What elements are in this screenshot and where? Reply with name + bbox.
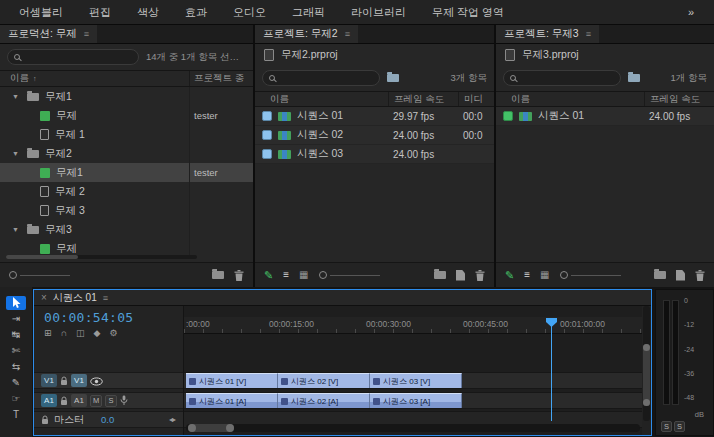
delete-icon[interactable] — [234, 270, 244, 281]
tab-project3[interactable]: 프로젝트: 무제3 ≡ — [496, 25, 599, 43]
menu-item-graphics[interactable]: 그래픽 — [279, 0, 338, 25]
zoom-slider-knob[interactable] — [9, 271, 17, 279]
video-clip[interactable]: 시퀀스 03 [V] — [370, 373, 462, 388]
new-bin-icon[interactable] — [434, 271, 446, 279]
list-item[interactable]: 시퀀스 02 24.00 fps 00:0 — [255, 126, 494, 145]
zoom-handle-left[interactable] — [188, 424, 196, 432]
tree-row[interactable]: 무제 2 — [0, 182, 253, 201]
source-patch-a1[interactable]: A1 — [41, 394, 57, 407]
tree-row[interactable]: ▼무제1 — [0, 87, 253, 106]
type-tool[interactable]: T — [6, 408, 26, 422]
lock-icon[interactable] — [60, 392, 68, 410]
label-chip[interactable] — [262, 130, 272, 140]
solo-button[interactable]: S — [105, 395, 117, 407]
lock-icon[interactable] — [60, 372, 68, 390]
source-patch-v1[interactable]: V1 — [41, 374, 57, 387]
new-bin-icon[interactable] — [212, 271, 224, 279]
timeline-vscrollbar[interactable] — [643, 306, 650, 421]
column-header-name[interactable]: 이름 — [255, 93, 388, 106]
column-header-media[interactable]: 미디 — [458, 92, 494, 106]
project3-search-box[interactable] — [503, 70, 621, 86]
icon-view-icon[interactable]: ▦ — [299, 270, 308, 280]
scrollbar-handle[interactable] — [6, 255, 78, 259]
production-search-input[interactable] — [25, 52, 132, 63]
column-header-name[interactable]: 이름 ↑ — [0, 72, 189, 85]
search-bin-icon[interactable] — [628, 74, 640, 82]
vzoom-handle-top[interactable] — [643, 344, 650, 351]
list-view-icon[interactable]: ≡ — [283, 270, 289, 280]
menu-item-assembly[interactable]: 어셈블리 — [6, 0, 76, 25]
zoom-slider-knob[interactable] — [560, 271, 568, 279]
new-item-icon[interactable] — [676, 270, 685, 281]
tree-row[interactable]: ▼무제3 — [0, 220, 253, 239]
column-header-fps[interactable]: 프레임 속도 — [388, 92, 458, 106]
video-clip[interactable]: 시퀀스 01 [V] — [186, 373, 278, 388]
project2-search-input[interactable] — [280, 73, 373, 84]
track-select-forward-tool[interactable]: ⇥ — [6, 312, 26, 326]
new-bin-icon[interactable] — [654, 271, 666, 279]
snap-icon[interactable]: ∩ — [61, 329, 67, 338]
disclosure-icon[interactable]: ▼ — [12, 93, 21, 100]
zoom-handle-right[interactable] — [226, 424, 234, 432]
menu-item-edit[interactable]: 편집 — [76, 0, 124, 25]
keyframe-nav-icon[interactable]: ◂▸ — [169, 415, 175, 424]
delete-icon[interactable] — [475, 270, 485, 281]
panel-menu-icon[interactable]: ≡ — [103, 293, 108, 303]
solo-left-button[interactable]: S — [661, 421, 672, 432]
label-chip[interactable] — [262, 149, 272, 159]
zoom-slider-track[interactable] — [330, 275, 380, 276]
pen-tool[interactable]: ✎ — [6, 376, 26, 390]
menu-item-color[interactable]: 색상 — [124, 0, 172, 25]
list-item[interactable]: 시퀀스 01 29.97 fps 00:0 — [255, 107, 494, 126]
menu-item-workspace[interactable]: 무제 작업 영역 — [419, 0, 517, 25]
toggle-track-output-eye-icon[interactable] — [90, 372, 103, 390]
list-view-icon[interactable]: ≡ — [524, 270, 530, 280]
column-header-project[interactable]: 프로젝트 종 — [189, 71, 253, 86]
menu-item-libraries[interactable]: 라이브러리 — [338, 0, 419, 25]
ripple-edit-tool[interactable]: ↹ — [6, 328, 26, 342]
project2-file-row[interactable]: 무제2.prproj — [255, 44, 494, 65]
label-chip[interactable] — [503, 111, 513, 121]
delete-icon[interactable] — [695, 270, 705, 281]
label-chip[interactable] — [262, 111, 272, 121]
workspace-overflow-icon[interactable]: » — [674, 6, 708, 18]
playhead-line[interactable] — [551, 318, 552, 421]
icon-view-icon[interactable]: ▦ — [540, 270, 549, 280]
solo-right-button[interactable]: S — [674, 421, 685, 432]
hscrollbar-handle[interactable] — [188, 424, 234, 432]
master-volume-value[interactable]: 0.0 — [101, 414, 114, 425]
lock-icon[interactable] — [41, 411, 49, 429]
track-target-a1[interactable]: A1 — [71, 394, 87, 407]
audio-clip[interactable]: 시퀀스 01 [A] — [186, 393, 278, 408]
selection-tool[interactable] — [6, 296, 26, 310]
tree-row[interactable]: 무제 3 — [0, 201, 253, 220]
panel-menu-icon[interactable]: ≡ — [84, 29, 89, 39]
list-item[interactable]: 시퀀스 03 24.00 fps — [255, 145, 494, 164]
disclosure-icon[interactable]: ▼ — [12, 150, 21, 157]
slip-tool[interactable]: ⇆ — [6, 360, 26, 374]
project3-file-row[interactable]: 무제3.prproj — [496, 44, 714, 65]
panel-menu-icon[interactable]: ≡ — [345, 29, 350, 39]
new-item-icon[interactable] — [456, 270, 465, 281]
add-marker-icon[interactable]: ◆ — [94, 329, 101, 338]
tree-row[interactable]: 무제 tester — [0, 106, 253, 125]
tree-row[interactable]: ▼무제2 — [0, 144, 253, 163]
zoom-slider-track[interactable] — [20, 275, 70, 276]
production-search-box[interactable] — [7, 49, 139, 65]
linked-selection-icon[interactable]: ◫ — [76, 329, 85, 338]
panel-menu-icon[interactable]: ≡ — [586, 29, 591, 39]
nest-sequence-icon[interactable]: ⊞ — [44, 329, 52, 338]
hand-tool[interactable]: ☞ — [6, 392, 26, 406]
vscrollbar-handle[interactable] — [643, 344, 650, 406]
search-bin-icon[interactable] — [387, 74, 399, 82]
voiceover-mic-icon[interactable] — [120, 392, 128, 410]
timeline-hscrollbar[interactable] — [186, 424, 640, 432]
writable-toggle-icon[interactable]: ✎ — [264, 270, 273, 281]
zoom-slider-knob[interactable] — [319, 271, 327, 279]
audio-clip[interactable]: 시퀀스 03 [A] — [370, 393, 462, 408]
tab-production[interactable]: 프로덕션: 무제 ≡ — [0, 25, 97, 43]
audio-clip[interactable]: 시퀀스 02 [A] — [278, 393, 370, 408]
project3-search-input[interactable] — [521, 73, 614, 84]
mute-button[interactable]: M — [90, 395, 102, 407]
timeline-settings-icon[interactable]: ⚙ — [109, 329, 117, 338]
